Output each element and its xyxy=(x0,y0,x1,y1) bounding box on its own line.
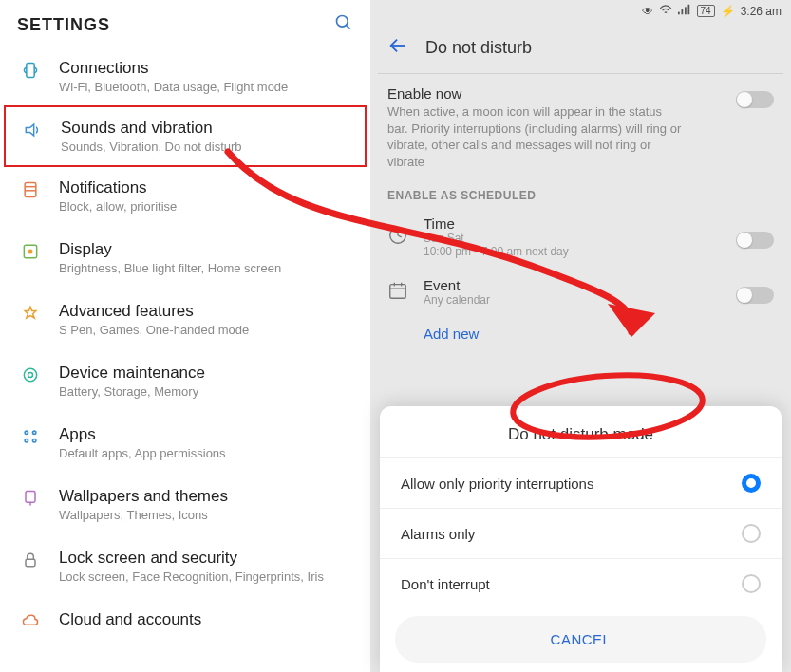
svg-rect-20 xyxy=(687,5,689,15)
radio-button[interactable] xyxy=(742,524,761,543)
apps-icon xyxy=(17,427,44,446)
clock-icon xyxy=(387,225,408,250)
enable-desc: When active, a moon icon will appear in … xyxy=(387,103,682,170)
item-title: Apps xyxy=(59,425,353,444)
item-subtitle: Default apps, App permissions xyxy=(59,446,353,460)
radio-button[interactable] xyxy=(742,574,761,593)
settings-item-connections[interactable]: Connections Wi-Fi, Bluetooth, Data usage… xyxy=(0,46,370,107)
display-icon xyxy=(17,242,44,261)
svg-point-8 xyxy=(24,368,36,381)
item-subtitle: Wi-Fi, Bluetooth, Data usage, Flight mod… xyxy=(59,80,353,94)
item-subtitle: Brightness, Blue light filter, Home scre… xyxy=(59,261,353,275)
status-bar: 👁 74 ⚡ 3:26 am xyxy=(370,0,791,22)
scheduled-label: ENABLE AS SCHEDULED xyxy=(370,181,791,206)
modal-option[interactable]: Don't interrupt xyxy=(380,559,782,608)
wallpaper-icon xyxy=(17,489,44,508)
option-label: Allow only priority interruptions xyxy=(401,476,593,492)
time-sub: Sun Sat xyxy=(424,232,721,245)
item-subtitle: Block, allow, prioritise xyxy=(59,199,353,214)
item-title: Cloud and accounts xyxy=(59,610,353,629)
calendar-icon xyxy=(387,280,408,305)
svg-rect-3 xyxy=(25,183,36,197)
item-title: Lock screen and security xyxy=(59,549,353,568)
signal-icon xyxy=(678,4,691,18)
svg-rect-16 xyxy=(26,559,35,567)
event-toggle[interactable] xyxy=(736,287,774,304)
connections-icon xyxy=(17,61,44,80)
event-sub: Any calendar xyxy=(424,293,721,307)
enable-toggle[interactable] xyxy=(736,91,774,108)
settings-title: SETTINGS xyxy=(17,15,110,35)
svg-rect-19 xyxy=(685,7,687,14)
svg-point-0 xyxy=(337,16,348,28)
option-label: Don't interrupt xyxy=(401,576,490,592)
settings-item-advanced[interactable]: Advanced features S Pen, Games, One-hand… xyxy=(0,289,370,350)
svg-point-11 xyxy=(33,431,36,434)
item-subtitle: Wallpapers, Themes, Icons xyxy=(59,508,353,522)
charging-icon: ⚡ xyxy=(721,5,735,18)
settings-item-lock[interactable]: Lock screen and security Lock screen, Fa… xyxy=(0,535,370,597)
event-schedule-item[interactable]: Event Any calendar xyxy=(370,268,791,316)
time-title: Time xyxy=(424,215,721,232)
settings-screen: SETTINGS Connections Wi-Fi, Bluetooth, D… xyxy=(0,0,370,672)
time-schedule-item[interactable]: Time Sun Sat 10:00 pm - 7:00 am next day xyxy=(370,206,791,268)
svg-line-1 xyxy=(347,26,350,29)
settings-list[interactable]: Connections Wi-Fi, Bluetooth, Data usage… xyxy=(0,46,370,672)
dnd-mode-modal: Do not disturb mode Allow only priority … xyxy=(380,406,782,672)
radio-button[interactable] xyxy=(742,474,761,493)
item-title: Connections xyxy=(59,59,353,78)
lock-icon xyxy=(17,551,44,569)
maintenance-icon xyxy=(17,365,44,384)
item-subtitle: Battery, Storage, Memory xyxy=(59,384,353,399)
dnd-title: Do not disturb xyxy=(425,38,532,58)
cancel-button[interactable]: CANCEL xyxy=(395,616,766,663)
modal-option[interactable]: Alarms only xyxy=(380,509,782,558)
enable-now-section[interactable]: Enable now When active, a moon icon will… xyxy=(370,74,791,181)
svg-rect-17 xyxy=(678,12,680,15)
item-title: Device maintenance xyxy=(59,364,353,383)
event-title: Event xyxy=(424,277,721,293)
modal-title: Do not disturb mode xyxy=(380,406,782,457)
dnd-screen: 👁 74 ⚡ 3:26 am Do not disturb Enable now… xyxy=(370,0,791,672)
settings-item-cloud[interactable]: Cloud and accounts xyxy=(0,597,370,644)
settings-item-display[interactable]: Display Brightness, Blue light filter, H… xyxy=(0,227,370,289)
time-sub2: 10:00 pm - 7:00 am next day xyxy=(424,245,721,258)
svg-rect-2 xyxy=(27,64,34,78)
item-subtitle: Lock screen, Face Recognition, Fingerpri… xyxy=(59,569,353,584)
svg-point-10 xyxy=(25,431,28,434)
item-title: Advanced features xyxy=(59,302,353,321)
enable-title: Enable now xyxy=(387,85,682,102)
modal-option[interactable]: Allow only priority interruptions xyxy=(380,458,782,508)
settings-item-apps[interactable]: Apps Default apps, App permissions xyxy=(0,412,370,474)
svg-rect-18 xyxy=(681,9,683,14)
cloud-icon xyxy=(17,612,44,631)
dnd-header: Do not disturb xyxy=(370,22,791,73)
eye-icon: 👁 xyxy=(642,5,653,18)
svg-point-7 xyxy=(28,250,33,254)
settings-item-notifications[interactable]: Notifications Block, allow, prioritise xyxy=(0,165,370,227)
item-title: Sounds and vibration xyxy=(61,119,351,138)
item-title: Notifications xyxy=(59,178,353,197)
back-arrow-icon[interactable] xyxy=(387,35,408,60)
settings-header: SETTINGS xyxy=(0,0,370,46)
notifications-icon xyxy=(17,180,44,199)
add-new-link[interactable]: Add new xyxy=(370,316,791,355)
svg-point-13 xyxy=(33,439,36,442)
battery-level: 74 xyxy=(697,5,715,17)
item-title: Display xyxy=(59,240,353,259)
time-toggle[interactable] xyxy=(736,232,774,249)
settings-item-maintenance[interactable]: Device maintenance Battery, Storage, Mem… xyxy=(0,350,370,412)
item-subtitle: S Pen, Games, One-handed mode xyxy=(59,323,353,337)
settings-item-wallpaper[interactable]: Wallpapers and themes Wallpapers, Themes… xyxy=(0,474,370,535)
svg-rect-14 xyxy=(26,492,35,503)
svg-rect-25 xyxy=(390,284,406,298)
status-time: 3:26 am xyxy=(741,5,782,18)
search-icon[interactable] xyxy=(334,13,353,36)
sound-icon xyxy=(19,121,46,140)
wifi-icon xyxy=(659,4,672,18)
svg-point-12 xyxy=(25,439,28,442)
settings-item-sound[interactable]: Sounds and vibration Sounds, Vibration, … xyxy=(4,105,367,167)
item-title: Wallpapers and themes xyxy=(59,487,353,506)
svg-point-9 xyxy=(28,373,33,378)
option-label: Alarms only xyxy=(401,526,475,542)
